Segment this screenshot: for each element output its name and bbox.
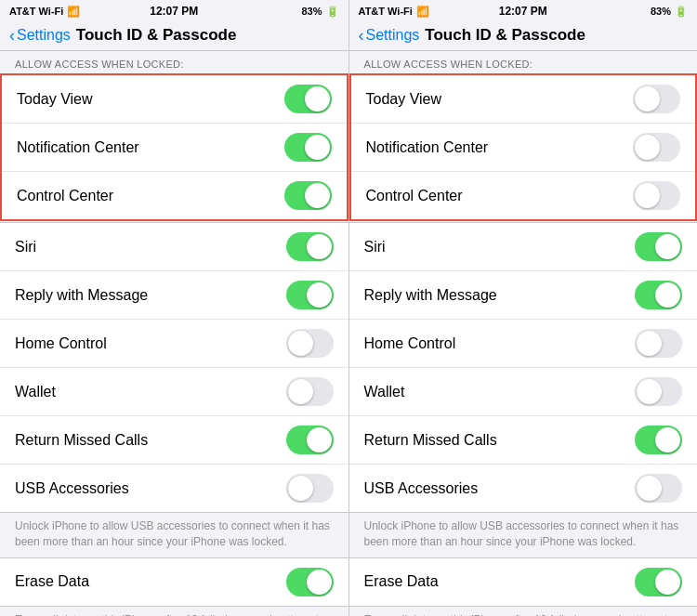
- status-time: 12:07 PM: [499, 5, 547, 18]
- row-label: Control Center: [17, 188, 113, 204]
- usb-note: Unlock iPhone to allow USB accessories t…: [349, 513, 698, 557]
- toggle-knob: [637, 476, 662, 501]
- row-label: Reply with Message: [364, 287, 497, 304]
- settings-row: Today View: [2, 75, 347, 124]
- page-title: Touch ID & Passcode: [425, 26, 585, 45]
- wifi-icon: 📶: [416, 6, 429, 18]
- toggle-knob: [288, 379, 313, 404]
- settings-row: Control Center: [351, 172, 696, 219]
- row-label: Reply with Message: [15, 287, 148, 304]
- locked-access-group: Today ViewNotification CenterControl Cen…: [0, 73, 348, 221]
- erase-data-row: Erase Data: [0, 558, 348, 606]
- battery-percent: 83%: [651, 6, 671, 17]
- toggle-switch[interactable]: [286, 474, 334, 503]
- row-label: Return Missed Calls: [15, 432, 148, 449]
- toggle-switch[interactable]: [286, 568, 334, 596]
- nav-bar: ‹ Settings Touch ID & Passcode: [0, 20, 348, 51]
- toggle-knob: [655, 234, 680, 259]
- settings-row: Siri: [0, 223, 348, 271]
- erase-data-label: Erase Data: [364, 573, 439, 590]
- carrier-label: AT&T Wi-Fi: [359, 6, 413, 17]
- toggle-switch[interactable]: [635, 377, 682, 406]
- row-label: Notification Center: [17, 139, 139, 156]
- toggle-knob: [635, 135, 660, 160]
- toggle-switch[interactable]: [635, 568, 682, 596]
- toggle-knob: [655, 427, 680, 452]
- panel-right: AT&T Wi-Fi 📶 12:07 PM 83% 🔋 ‹ Settings T…: [349, 0, 698, 616]
- status-right: 83% 🔋: [651, 6, 688, 18]
- row-label: Home Control: [364, 335, 456, 352]
- toggle-knob: [305, 86, 330, 111]
- toggle-switch[interactable]: [635, 232, 682, 261]
- row-label: Today View: [17, 91, 93, 108]
- battery-percent: 83%: [301, 6, 322, 17]
- other-settings-group: SiriReply with MessageHome ControlWallet…: [349, 222, 698, 513]
- toggle-switch[interactable]: [286, 426, 334, 454]
- toggle-switch[interactable]: [284, 85, 332, 113]
- toggle-switch[interactable]: [284, 133, 332, 162]
- settings-row: Control Center: [2, 172, 347, 219]
- toggle-switch[interactable]: [633, 133, 680, 162]
- row-label: Today View: [366, 91, 442, 108]
- toggle-switch[interactable]: [286, 377, 334, 406]
- toggle-knob: [635, 183, 660, 208]
- toggle-switch[interactable]: [286, 329, 334, 358]
- settings-row: USB Accessories: [0, 465, 348, 512]
- toggle-switch[interactable]: [284, 181, 332, 210]
- section-header: ALLOW ACCESS WHEN LOCKED:: [349, 51, 698, 73]
- erase-note: Erase all data on this iPhone after 10 f…: [0, 607, 348, 616]
- back-button[interactable]: ‹ Settings: [9, 27, 71, 44]
- back-label[interactable]: Settings: [366, 27, 420, 44]
- settings-row: Wallet: [349, 368, 698, 416]
- row-label: Home Control: [15, 335, 107, 352]
- settings-row: Reply with Message: [349, 271, 698, 320]
- status-bar: AT&T Wi-Fi 📶 12:07 PM 83% 🔋: [349, 0, 698, 20]
- settings-row: Return Missed Calls: [0, 416, 348, 465]
- settings-row: Siri: [349, 223, 698, 271]
- settings-row: Home Control: [349, 320, 698, 368]
- settings-row: Notification Center: [2, 124, 347, 172]
- toggle-knob: [305, 135, 330, 160]
- toggle-switch[interactable]: [633, 181, 680, 210]
- settings-row: Reply with Message: [0, 271, 348, 320]
- status-bar: AT&T Wi-Fi 📶 12:07 PM 83% 🔋: [0, 0, 348, 20]
- settings-row: Wallet: [0, 368, 348, 416]
- status-left: AT&T Wi-Fi 📶: [359, 6, 429, 18]
- toggle-switch[interactable]: [286, 281, 334, 309]
- section-header: ALLOW ACCESS WHEN LOCKED:: [0, 51, 348, 73]
- toggle-knob: [307, 570, 332, 595]
- wifi-icon: 📶: [67, 6, 80, 18]
- back-label[interactable]: Settings: [17, 27, 71, 44]
- usb-note: Unlock iPhone to allow USB accessories t…: [0, 513, 348, 557]
- toggle-knob: [637, 331, 662, 356]
- status-left: AT&T Wi-Fi 📶: [9, 6, 80, 18]
- settings-row: Notification Center: [351, 124, 696, 172]
- toggle-switch[interactable]: [286, 232, 334, 261]
- row-label: USB Accessories: [15, 480, 129, 497]
- battery-icon: 🔋: [675, 6, 688, 18]
- chevron-left-icon: ‹: [359, 27, 364, 44]
- toggle-switch[interactable]: [635, 426, 682, 454]
- row-label: Wallet: [15, 384, 56, 400]
- settings-row: Today View: [351, 75, 696, 124]
- page-title: Touch ID & Passcode: [76, 26, 237, 45]
- nav-bar: ‹ Settings Touch ID & Passcode: [349, 20, 698, 51]
- toggle-knob: [307, 282, 332, 308]
- back-button[interactable]: ‹ Settings: [359, 27, 420, 44]
- toggle-knob: [307, 234, 332, 259]
- toggle-switch[interactable]: [635, 281, 682, 309]
- carrier-label: AT&T Wi-Fi: [9, 6, 63, 17]
- status-right: 83% 🔋: [301, 6, 338, 18]
- toggle-switch[interactable]: [635, 474, 682, 503]
- toggle-knob: [307, 427, 332, 452]
- row-label: Siri: [15, 239, 36, 256]
- chevron-left-icon: ‹: [9, 27, 15, 44]
- toggle-knob: [288, 476, 313, 501]
- toggle-switch[interactable]: [635, 329, 682, 358]
- battery-icon: 🔋: [326, 6, 339, 18]
- settings-row: Home Control: [0, 320, 348, 368]
- toggle-knob: [637, 379, 662, 404]
- toggle-switch[interactable]: [633, 85, 680, 113]
- row-label: Siri: [364, 239, 386, 256]
- row-label: Notification Center: [366, 139, 489, 156]
